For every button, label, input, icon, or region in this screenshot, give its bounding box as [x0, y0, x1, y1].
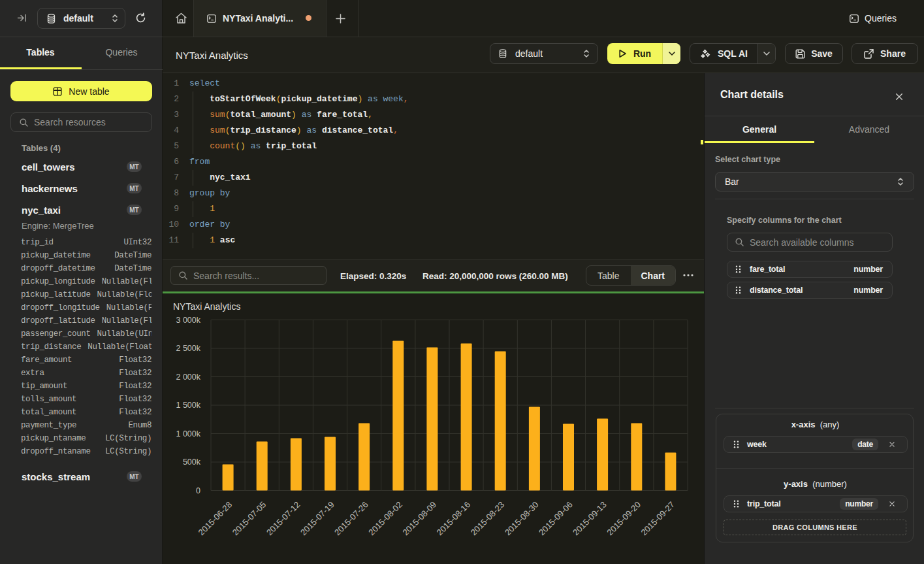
svg-text:1 000k: 1 000k — [176, 429, 200, 439]
svg-text:2015-07-26: 2015-07-26 — [332, 500, 370, 538]
svg-text:2015-08-23: 2015-08-23 — [469, 500, 507, 538]
svg-text:NYTaxi Analytics: NYTaxi Analytics — [173, 301, 240, 312]
svg-text:2015-07-05: 2015-07-05 — [231, 500, 268, 538]
svg-text:2015-07-19: 2015-07-19 — [298, 500, 336, 538]
svg-text:2015-08-02: 2015-08-02 — [366, 500, 404, 538]
svg-text:2015-09-13: 2015-09-13 — [571, 500, 609, 538]
svg-text:3 000k: 3 000k — [176, 316, 200, 325]
svg-text:2 500k: 2 500k — [176, 344, 200, 353]
svg-text:2 000k: 2 000k — [176, 373, 200, 382]
svg-text:2015-07-12: 2015-07-12 — [264, 500, 302, 538]
svg-text:2015-08-09: 2015-08-09 — [400, 500, 438, 538]
svg-text:1 500k: 1 500k — [176, 401, 200, 410]
svg-text:2015-08-16: 2015-08-16 — [435, 500, 473, 538]
svg-text:2015-09-27: 2015-09-27 — [639, 500, 677, 538]
svg-text:2015-08-30: 2015-08-30 — [503, 500, 541, 538]
svg-text:2015-09-20: 2015-09-20 — [605, 500, 643, 538]
svg-text:500k: 500k — [183, 457, 201, 467]
svg-text:2015-06-28: 2015-06-28 — [197, 500, 234, 538]
svg-text:2015-09-06: 2015-09-06 — [537, 500, 575, 538]
svg-text:0: 0 — [196, 486, 200, 495]
